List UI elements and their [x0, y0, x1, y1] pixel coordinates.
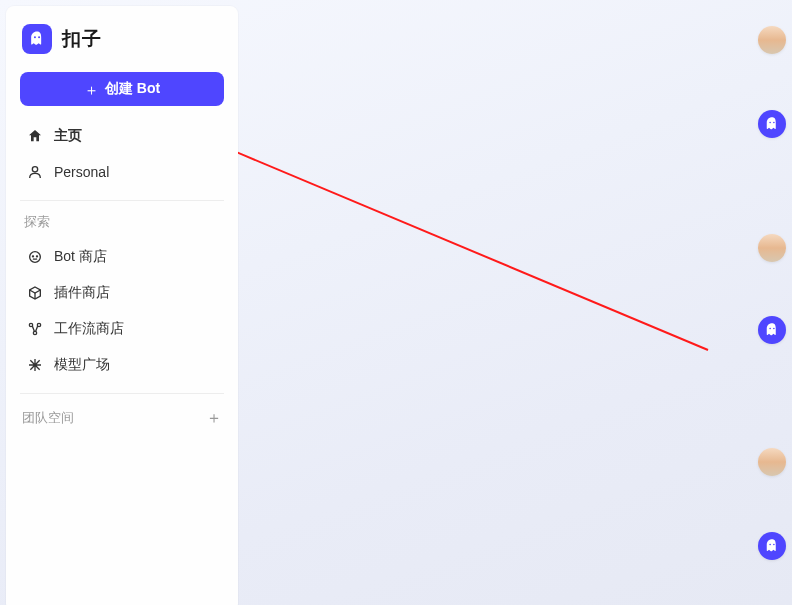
nav-item-label: 插件商店: [54, 284, 110, 302]
section-team: 团队空间 ＋: [20, 406, 224, 430]
nav-item-model-playground[interactable]: 模型广场: [20, 347, 224, 383]
nav-explore: Bot 商店 插件商店 工作流商店 模型广场: [20, 239, 224, 383]
nav-main: 主页 Personal: [20, 118, 224, 190]
nav-item-label: 工作流商店: [54, 320, 124, 338]
nav-item-home[interactable]: 主页: [20, 118, 224, 154]
svg-point-4: [32, 256, 33, 257]
svg-point-5: [36, 256, 37, 257]
nav-item-workflow-store[interactable]: 工作流商店: [20, 311, 224, 347]
floating-bot-icon[interactable]: [758, 316, 786, 344]
floating-bot-icon[interactable]: [758, 532, 786, 560]
plus-icon: ＋: [84, 82, 99, 97]
create-bot-label: 创建 Bot: [105, 80, 160, 98]
nav-item-label: Personal: [54, 164, 109, 180]
floating-avatar[interactable]: [758, 26, 786, 54]
floating-bot-icon[interactable]: [758, 110, 786, 138]
sparkles-icon: [26, 356, 44, 374]
nav-item-bot-store[interactable]: Bot 商店: [20, 239, 224, 275]
nav-item-plugin-store[interactable]: 插件商店: [20, 275, 224, 311]
brand: 扣子: [20, 20, 224, 68]
svg-point-2: [32, 167, 37, 172]
svg-line-10: [238, 115, 708, 350]
divider: [20, 200, 224, 201]
nav-item-label: 模型广场: [54, 356, 110, 374]
svg-point-11: [769, 122, 771, 124]
floating-badges: [750, 0, 786, 605]
brand-ghost-icon: [27, 29, 47, 49]
add-team-button[interactable]: ＋: [206, 408, 222, 429]
cube-icon: [26, 284, 44, 302]
nav-item-personal[interactable]: Personal: [20, 154, 224, 190]
svg-point-16: [773, 544, 775, 546]
svg-point-0: [34, 36, 36, 38]
svg-point-8: [33, 331, 36, 334]
home-icon: [26, 127, 44, 145]
main-area: [238, 0, 792, 605]
svg-point-14: [773, 328, 775, 330]
svg-point-15: [769, 544, 771, 546]
divider: [20, 393, 224, 394]
nav-item-label: 主页: [54, 127, 82, 145]
section-team-title: 团队空间: [22, 409, 74, 427]
message-circle-icon: [26, 248, 44, 266]
workflow-icon: [26, 320, 44, 338]
brand-logo: [22, 24, 52, 54]
nav-item-label: Bot 商店: [54, 248, 107, 266]
annotation-arrow: [238, 0, 792, 605]
section-explore-title: 探索: [20, 213, 224, 239]
sidebar: 扣子 ＋ 创建 Bot 主页 Personal 探索 Bot 商店: [6, 6, 238, 605]
svg-point-1: [38, 36, 40, 38]
person-icon: [26, 163, 44, 181]
floating-avatar[interactable]: [758, 448, 786, 476]
floating-avatar[interactable]: [758, 234, 786, 262]
create-bot-button[interactable]: ＋ 创建 Bot: [20, 72, 224, 106]
svg-point-13: [769, 328, 771, 330]
svg-point-3: [30, 252, 41, 263]
brand-name: 扣子: [62, 26, 101, 52]
svg-point-12: [773, 122, 775, 124]
